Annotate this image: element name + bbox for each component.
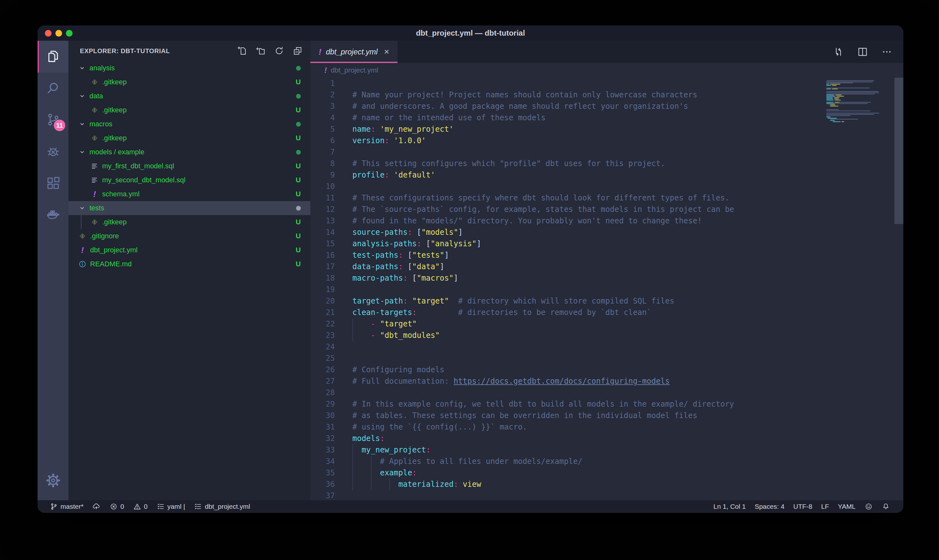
tree-item--gitkeep[interactable]: .gitkeepU <box>68 103 310 117</box>
code-line-5: 5name: 'my_new_project' <box>310 123 904 135</box>
code-line-8: 8# This setting configures which "profil… <box>310 158 904 169</box>
status-linter-file[interactable]: dbt_project.yml <box>189 500 254 513</box>
git-untracked-badge: U <box>296 134 301 142</box>
status-eol[interactable]: LF <box>817 500 834 513</box>
tab-dbt-project-yml[interactable]: ! dbt_project.yml × <box>310 41 397 63</box>
yaml-warning-icon: ! <box>90 190 99 198</box>
smiley-icon <box>865 502 873 511</box>
activity-item-search[interactable] <box>38 72 68 105</box>
status-language-mode[interactable]: YAML <box>833 500 860 513</box>
activity-item-docker[interactable] <box>38 200 68 232</box>
activity-item-debug[interactable] <box>38 136 68 168</box>
minimap[interactable] <box>824 78 894 500</box>
code-line-26: 26# Configuring models <box>310 364 904 375</box>
tree-item-analysis[interactable]: analysis <box>68 61 310 75</box>
tree-item-macros[interactable]: macros <box>68 117 310 131</box>
status-git-branch[interactable]: master* <box>45 500 88 513</box>
tree-item-models-example[interactable]: models / example <box>68 145 310 159</box>
status-indentation-label: Spaces: 4 <box>755 503 784 510</box>
status-cursor-position[interactable]: Ln 1, Col 1 <box>709 500 750 513</box>
git-untracked-badge: U <box>296 162 301 170</box>
line-number: 34 <box>310 455 338 467</box>
indent-guide <box>371 455 371 467</box>
tree-item-label: analysis <box>89 64 296 72</box>
git-file-icon <box>90 106 99 115</box>
line-number: 3 <box>310 100 338 112</box>
docker-icon <box>46 208 60 224</box>
indent-guide <box>353 444 353 455</box>
activity-item-explorer[interactable] <box>38 41 68 72</box>
tree-item--gitkeep[interactable]: .gitkeepU <box>68 75 310 89</box>
code-line-36: 36 materialized: view <box>310 478 904 490</box>
status-notifications[interactable] <box>877 500 894 513</box>
tree-item-tests[interactable]: tests <box>68 201 310 215</box>
tree-item-schema-yml[interactable]: !schema.ymlU <box>68 187 310 201</box>
activity-item-extensions[interactable] <box>38 168 68 200</box>
status-publish[interactable] <box>88 500 105 513</box>
status-git-branch-label: master* <box>60 503 83 510</box>
line-number: 21 <box>310 307 338 318</box>
tree-item-dbt-project-yml[interactable]: !dbt_project.ymlU <box>68 243 310 257</box>
code-line-19: 19 <box>310 284 904 295</box>
code-line-28: 28 <box>310 387 904 398</box>
code-editor[interactable]: 12# Name your project! Project names sho… <box>310 78 904 500</box>
line-number: 24 <box>310 341 338 352</box>
status-encoding[interactable]: UTF-8 <box>789 500 817 513</box>
status-warnings[interactable]: 0 <box>129 500 152 513</box>
line-number: 12 <box>310 204 338 215</box>
code-line-32: 32models: <box>310 433 904 444</box>
line-number: 16 <box>310 249 338 261</box>
status-feedback[interactable] <box>860 500 877 513</box>
line-number: 4 <box>310 112 338 123</box>
tree-item-readme-md[interactable]: README.mdU <box>68 257 310 271</box>
refresh-icon[interactable] <box>274 46 284 56</box>
code-line-15: 15analysis-paths: ["analysis"] <box>310 238 904 249</box>
activity-item-settings[interactable] <box>38 465 68 497</box>
breadcrumb[interactable]: ! dbt_project.yml <box>310 63 904 78</box>
git-untracked-badge: U <box>296 106 301 114</box>
new-folder-icon[interactable] <box>256 46 266 56</box>
git-file-icon <box>90 218 99 226</box>
git-untracked-badge: U <box>296 176 301 184</box>
git-file-icon <box>78 232 87 240</box>
code-line-24: 24 <box>310 341 904 352</box>
line-number: 22 <box>310 318 338 330</box>
code-line-29: 29# In this example config, we tell dbt … <box>310 398 904 410</box>
tree-item-my-second-dbt-model-sql[interactable]: my_second_dbt_model.sqlU <box>68 173 310 187</box>
tree-item--gitignore[interactable]: .gitignoreU <box>68 229 310 243</box>
indent-guide <box>371 478 371 490</box>
line-number: 19 <box>310 284 338 295</box>
activity-item-source-control[interactable]: 11 <box>38 105 68 136</box>
code-line-18: 18macro-paths: ["macros"] <box>310 272 904 284</box>
line-number: 6 <box>310 135 338 146</box>
editor-group: ! dbt_project.yml × ! dbt_project.yml 12… <box>310 41 904 500</box>
status-linter-file-label: dbt_project.yml <box>205 503 250 510</box>
checklist-icon <box>194 502 202 511</box>
tree-item-data[interactable]: data <box>68 89 310 103</box>
warning-icon <box>133 502 141 511</box>
ellipsis-icon[interactable] <box>881 46 893 58</box>
status-linter-yaml[interactable]: yaml | <box>152 500 190 513</box>
code-line-27: 27# Full documentation: https://docs.get… <box>310 375 904 387</box>
line-number: 25 <box>310 352 338 364</box>
collapse-all-icon[interactable] <box>292 46 303 56</box>
tree-item-my-first-dbt-model-sql[interactable]: my_first_dbt_model.sqlU <box>68 159 310 173</box>
screenshot-stage: dbt_project.yml — dbt-tutorial 11 EXPLOR… <box>0 0 939 560</box>
tree-item-label: .gitkeep <box>102 78 296 86</box>
tab-close-icon[interactable]: × <box>384 47 389 57</box>
status-errors[interactable]: 0 <box>105 500 129 513</box>
split-icon[interactable] <box>857 46 868 58</box>
new-file-icon[interactable] <box>237 46 247 56</box>
editor-scrollbar[interactable] <box>894 78 904 224</box>
compare-icon[interactable] <box>833 46 844 58</box>
line-number: 7 <box>310 146 338 158</box>
gear-icon <box>46 473 60 489</box>
code-line-16: 16test-paths: ["tests"] <box>310 249 904 261</box>
status-indentation[interactable]: Spaces: 4 <box>750 500 789 513</box>
search-icon <box>46 80 60 96</box>
chevron-down-icon <box>78 92 86 100</box>
code-line-17: 17data-paths: ["data"] <box>310 261 904 272</box>
tree-item--gitkeep[interactable]: .gitkeepU <box>68 131 310 145</box>
tree-item--gitkeep[interactable]: .gitkeepU <box>68 215 310 229</box>
tab-label: dbt_project.yml <box>326 48 378 56</box>
